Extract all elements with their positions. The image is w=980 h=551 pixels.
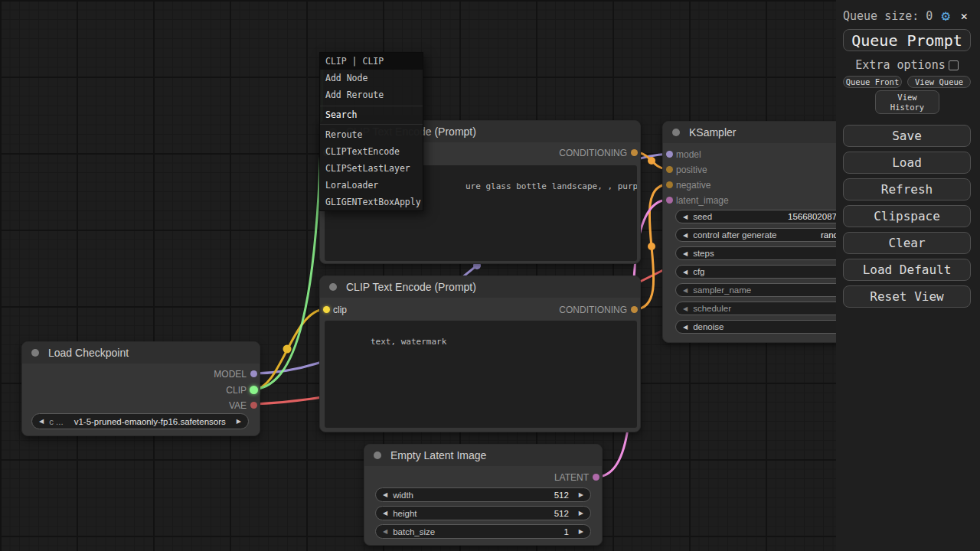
width-widget[interactable]: ◀ width 512 ▶: [375, 487, 591, 502]
widget-label: batch_size: [393, 527, 435, 536]
widget-label: scheduler: [693, 304, 731, 313]
prompt-text: ure glass bottle landscape, , purple gal…: [466, 181, 637, 192]
collapse-dot-icon[interactable]: [672, 129, 680, 136]
positive-input-dot[interactable]: [666, 166, 673, 173]
menu-item-reroute[interactable]: Reroute: [320, 126, 423, 143]
conditioning-output-dot[interactable]: [631, 149, 638, 156]
decrement-arrow-icon[interactable]: ◀: [683, 305, 688, 312]
sampler-name-widget[interactable]: ◀ sampler_name: [675, 283, 859, 297]
extra-options-label: Extra options: [855, 58, 945, 72]
node-empty-latent-image[interactable]: Empty Latent Image LATENT ◀ width 512 ▶ …: [364, 444, 603, 546]
menu-item-loraloader[interactable]: LoraLoader: [320, 177, 423, 194]
queue-sidebar: Queue size: 0 ⚙ ✕ Queue Prompt Extra opt…: [836, 0, 980, 551]
clip-output-dot-active[interactable]: [250, 386, 258, 394]
queue-size-label: Queue size: 0: [843, 9, 933, 23]
decrement-arrow-icon[interactable]: ◀: [39, 418, 44, 425]
latent-input-dot[interactable]: [666, 197, 673, 204]
clipspace-button[interactable]: Clipspace: [843, 205, 971, 227]
load-default-button[interactable]: Load Default: [843, 259, 971, 281]
widget-label: height: [393, 509, 416, 518]
queue-size-row: Queue size: 0 ⚙ ✕: [843, 8, 973, 23]
node-title-bar[interactable]: CLIP Text Encode (Prompt): [320, 276, 640, 298]
save-button[interactable]: Save: [843, 125, 971, 147]
slot-label: clip: [333, 304, 347, 316]
slot-label: latent_image: [676, 194, 729, 207]
slot-label: model: [676, 148, 701, 161]
view-history-button[interactable]: View History: [875, 90, 939, 114]
slot-label: LATENT: [554, 471, 589, 484]
decrement-arrow-icon[interactable]: ◀: [683, 269, 688, 276]
decrement-arrow-icon[interactable]: ◀: [683, 214, 688, 220]
seed-widget[interactable]: ◀ seed 1566802087: [675, 210, 859, 223]
decrement-arrow-icon[interactable]: ◀: [383, 510, 387, 517]
refresh-button[interactable]: Refresh: [843, 178, 971, 201]
steps-widget[interactable]: ◀ steps: [675, 246, 859, 260]
node-load-checkpoint[interactable]: Load Checkpoint MODEL CLIP VAE ◀ c ... v…: [21, 341, 260, 436]
latent-output-dot[interactable]: [593, 474, 599, 481]
view-queue-button[interactable]: View Queue: [907, 76, 971, 88]
collapse-dot-icon[interactable]: [329, 283, 337, 291]
menu-item-clipsetlastlayer[interactable]: CLIPSetLastLayer: [320, 160, 423, 177]
node-title-bar[interactable]: Empty Latent Image: [364, 445, 602, 466]
denoise-widget[interactable]: ◀ denoise: [675, 320, 859, 334]
conditioning-output-dot[interactable]: [631, 306, 638, 313]
increment-arrow-icon[interactable]: ▶: [579, 491, 583, 498]
collapse-dot-icon[interactable]: [31, 349, 39, 357]
close-icon[interactable]: ✕: [961, 9, 968, 23]
menu-search-input[interactable]: Search: [320, 106, 423, 125]
vae-output-dot[interactable]: [250, 402, 257, 409]
node-title: CLIP Text Encode (Prompt): [346, 281, 476, 293]
widget-label: denoise: [693, 322, 724, 331]
batch-size-widget[interactable]: ◀ batch_size 1 ▶: [375, 524, 591, 539]
increment-arrow-icon[interactable]: ▶: [579, 528, 583, 535]
node-title-bar[interactable]: Load Checkpoint: [22, 342, 260, 364]
widget-value: 512: [554, 509, 569, 518]
height-widget[interactable]: ◀ height 512 ▶: [375, 506, 591, 520]
clip-input-dot[interactable]: [323, 306, 330, 313]
widget-label: control after generate: [693, 230, 776, 240]
queue-prompt-button[interactable]: Queue Prompt: [843, 29, 971, 51]
context-menu-header: CLIP | CLIP: [320, 53, 423, 70]
node-canvas[interactable]: CLIP Text Encode (Prompt) clip CONDITION…: [0, 0, 980, 551]
extra-options-checkbox[interactable]: [949, 60, 959, 70]
menu-item-add-reroute[interactable]: Add Reroute: [320, 86, 423, 103]
slot-label: CLIP: [226, 384, 247, 396]
cfg-widget[interactable]: ◀ cfg: [675, 265, 859, 279]
increment-arrow-icon[interactable]: ▶: [237, 418, 241, 425]
queue-front-button[interactable]: Queue Front: [843, 76, 902, 88]
ckpt-name-widget[interactable]: ◀ c ... v1-5-pruned-emaonly-fp16.safeten…: [31, 413, 249, 429]
increment-arrow-icon[interactable]: ▶: [579, 510, 583, 517]
reset-view-button[interactable]: Reset View: [843, 285, 971, 308]
node-clip-text-encode-bottom[interactable]: CLIP Text Encode (Prompt) clip CONDITION…: [319, 276, 641, 432]
widget-label: width: [393, 491, 413, 500]
decrement-arrow-icon[interactable]: ◀: [683, 250, 688, 257]
decrement-arrow-icon[interactable]: ◀: [683, 287, 688, 294]
menu-item-add-node[interactable]: Add Node: [320, 70, 423, 86]
clear-button[interactable]: Clear: [843, 232, 971, 254]
menu-item-cliptextencode[interactable]: CLIPTextEncode: [320, 143, 423, 160]
decrement-arrow-icon[interactable]: ◀: [683, 232, 688, 239]
node-title: Empty Latent Image: [390, 449, 486, 461]
slot-label: negative: [676, 179, 710, 191]
model-output-dot[interactable]: [250, 370, 257, 377]
decrement-arrow-icon[interactable]: ◀: [383, 528, 387, 535]
slot-label: CONDITIONING: [559, 304, 627, 316]
control-after-generate-widget[interactable]: ◀ control after generate randomize: [675, 228, 859, 242]
decrement-arrow-icon[interactable]: ◀: [683, 324, 688, 331]
model-input-dot[interactable]: [666, 151, 673, 158]
view-history-line1: View: [897, 93, 916, 103]
widget-label: c ...: [49, 417, 64, 426]
node-title-bar[interactable]: KSampler: [663, 122, 864, 143]
slot-label: VAE: [229, 399, 247, 412]
scheduler-widget[interactable]: ◀ scheduler: [675, 302, 859, 315]
node-ksampler[interactable]: KSampler model positive negative latent_…: [662, 121, 865, 343]
gear-icon[interactable]: ⚙: [941, 8, 949, 23]
slot-label: MODEL: [214, 368, 247, 380]
prompt-textarea[interactable]: text, watermark: [325, 321, 637, 428]
menu-item-gligentextboxapply[interactable]: GLIGENTextBoxApply: [320, 194, 423, 210]
decrement-arrow-icon[interactable]: ◀: [383, 491, 387, 498]
collapse-dot-icon[interactable]: [374, 452, 381, 459]
load-button[interactable]: Load: [843, 152, 971, 174]
widget-value: 1: [564, 527, 568, 536]
negative-input-dot[interactable]: [666, 181, 673, 188]
